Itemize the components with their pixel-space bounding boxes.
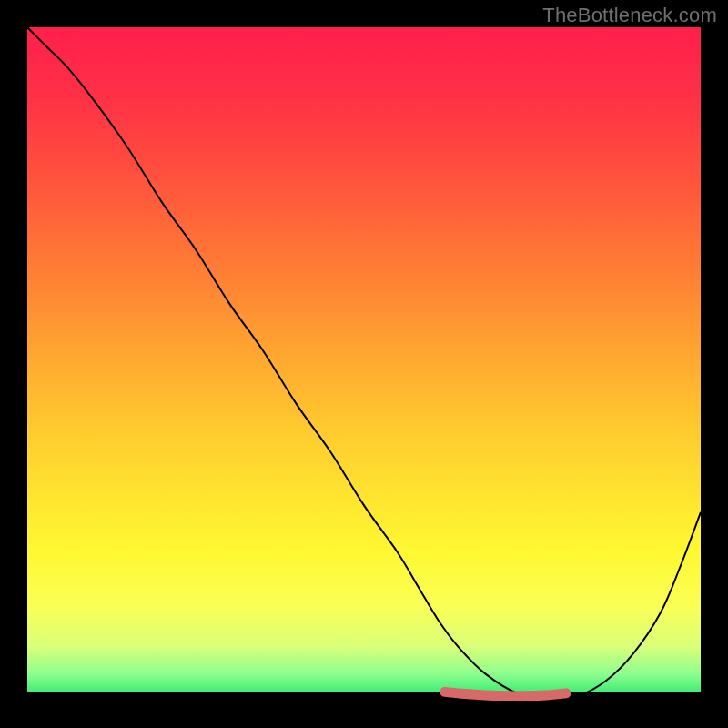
gradient-background [27, 27, 701, 701]
chart-container: TheBottleneck.com [0, 0, 728, 728]
optimal-range-highlight [445, 692, 566, 696]
bottom-band [27, 692, 701, 701]
watermark-text: TheBottleneck.com [542, 4, 717, 27]
plot-area [27, 27, 701, 701]
chart-svg [27, 27, 701, 701]
